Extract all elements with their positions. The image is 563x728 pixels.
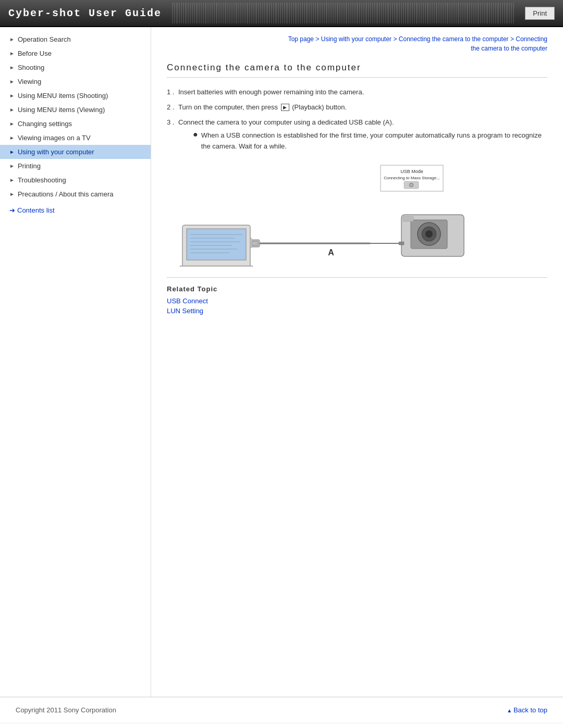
sidebar-item-menu-shooting[interactable]: ► Using MENU items (Shooting) [0, 89, 151, 103]
sidebar-item-label: Using MENU items (Shooting) [18, 92, 108, 100]
step-3-text: Connect the camera to your computer usin… [178, 118, 394, 126]
steps-list: 1 . Insert batteries with enough power r… [167, 87, 547, 152]
step-1: 1 . Insert batteries with enough power r… [167, 87, 547, 98]
sidebar-item-changing-settings[interactable]: ► Changing settings [0, 117, 151, 131]
svg-rect-30 [252, 241, 258, 245]
sidebar-item-label: Printing [18, 162, 41, 170]
sidebar-item-label: Operation Search [18, 35, 71, 43]
arrow-icon: ► [9, 93, 15, 98]
connection-diagram: USB Mode Connecting to Mass Storage... [177, 163, 480, 267]
sidebar-item-label: Before Use [18, 50, 52, 57]
page-header: Cyber-shot User Guide [0, 0, 563, 27]
sidebar-item-label: Shooting [18, 64, 44, 71]
back-to-top-link[interactable]: Back to top [507, 706, 547, 714]
page-title: Connecting the camera to the computer [167, 63, 547, 78]
arrow-icon: ► [9, 135, 15, 141]
step-2: 2 . Turn on the computer, then press ▶ (… [167, 102, 547, 113]
svg-rect-29 [180, 266, 253, 267]
breadcrumb-connecting[interactable]: Connecting the camera to the computer [399, 35, 509, 43]
step-3: 3 . Connect the camera to your computer … [167, 117, 547, 152]
svg-text:Connecting to Mass Storage...: Connecting to Mass Storage... [384, 176, 440, 180]
sidebar-item-label: Precautions / About this camera [18, 190, 114, 198]
related-topic-title: Related Topic [167, 285, 547, 293]
sidebar-item-printing[interactable]: ► Printing [0, 159, 151, 173]
related-topic: Related Topic USB Connect LUN Setting [167, 277, 547, 315]
related-link-usb-connect[interactable]: USB Connect [167, 297, 547, 305]
sidebar-item-label: Using MENU items (Viewing) [18, 106, 105, 114]
svg-point-5 [410, 183, 413, 186]
breadcrumb-using-computer[interactable]: Using with your computer [321, 35, 391, 43]
content-area: Top page > Using with your computer > Co… [151, 27, 563, 697]
main-layout: ► Operation Search ► Before Use ► Shooti… [0, 27, 563, 697]
svg-rect-22 [187, 229, 246, 260]
arrow-icon: ► [9, 163, 15, 169]
svg-text:A: A [328, 248, 334, 257]
arrow-icon: ► [9, 121, 15, 127]
sidebar-item-menu-viewing[interactable]: ► Using MENU items (Viewing) [0, 103, 151, 117]
svg-rect-12 [399, 242, 404, 245]
print-button[interactable]: Print [525, 7, 555, 20]
playback-icon: ▶ [281, 104, 289, 111]
contents-list-link[interactable]: ➔ Contents list [0, 201, 151, 217]
arrow-icon: ► [9, 36, 15, 42]
arrow-icon: ► [9, 79, 15, 84]
contents-list-label: Contents list [17, 206, 55, 214]
step-1-text: Insert batteries with enough power remai… [178, 87, 547, 98]
step-2-num: 2 . [167, 102, 178, 113]
breadcrumb-sep1: > [315, 35, 321, 43]
arrow-right-icon: ➔ [9, 206, 15, 214]
copyright-text: Copyright 2011 Sony Corporation [16, 706, 116, 714]
step-3-num: 3 . [167, 117, 178, 128]
related-link-lun-setting[interactable]: LUN Setting [167, 307, 547, 315]
step-3-bullet: ● When a USB connection is established f… [193, 130, 547, 152]
step-1-num: 1 . [167, 87, 178, 98]
breadcrumb-sep3: > [510, 35, 516, 43]
sidebar-item-label: Changing settings [18, 120, 72, 128]
arrow-icon: ► [9, 107, 15, 113]
step-2-text-after: (Playback) button. [292, 103, 347, 111]
app-title: Cyber-shot User Guide [8, 7, 162, 19]
sidebar-item-viewing[interactable]: ► Viewing [0, 75, 151, 89]
sidebar-item-label: Troubleshooting [18, 176, 66, 184]
sidebar-item-using-computer[interactable]: ► Using with your computer [0, 145, 151, 159]
breadcrumb-top[interactable]: Top page [288, 35, 314, 43]
svg-point-10 [425, 230, 433, 238]
arrow-icon: ► [9, 191, 15, 197]
sidebar-item-troubleshooting[interactable]: ► Troubleshooting [0, 173, 151, 187]
page-number: 123 [0, 723, 563, 728]
footer: Copyright 2011 Sony Corporation Back to … [0, 697, 563, 723]
arrow-icon: ► [9, 51, 15, 56]
sidebar: ► Operation Search ► Before Use ► Shooti… [0, 27, 151, 697]
sidebar-item-label: Using with your computer [18, 148, 94, 156]
breadcrumb-sep2: > [393, 35, 398, 43]
arrow-icon: ► [9, 177, 15, 183]
step-2-text-before: Turn on the computer, then press [178, 103, 280, 111]
bullet-text: When a USB connection is established for… [201, 130, 547, 152]
arrow-icon: ► [9, 149, 15, 155]
svg-text:USB Mode: USB Mode [400, 169, 423, 174]
sidebar-item-label: Viewing [18, 78, 41, 85]
header-decoration [172, 3, 515, 23]
arrow-icon: ► [9, 65, 15, 70]
breadcrumb-line2[interactable]: the camera to the computer [471, 45, 547, 52]
sidebar-item-viewing-tv[interactable]: ► Viewing images on a TV [0, 131, 151, 145]
sidebar-item-before-use[interactable]: ► Before Use [0, 46, 151, 60]
svg-rect-11 [403, 216, 413, 221]
bullet-icon: ● [193, 130, 198, 139]
breadcrumb: Top page > Using with your computer > Co… [167, 34, 547, 53]
sidebar-item-precautions[interactable]: ► Precautions / About this camera [0, 187, 151, 201]
diagram-area: USB Mode Connecting to Mass Storage... [177, 163, 547, 267]
sidebar-item-shooting[interactable]: ► Shooting [0, 60, 151, 75]
sidebar-item-operation-search[interactable]: ► Operation Search [0, 32, 151, 46]
sidebar-item-label: Viewing images on a TV [18, 134, 91, 142]
breadcrumb-connecting2[interactable]: Connecting [516, 35, 547, 43]
step-3-content: Connect the camera to your computer usin… [178, 117, 547, 152]
step-2-text: Turn on the computer, then press ▶ (Play… [178, 102, 547, 113]
